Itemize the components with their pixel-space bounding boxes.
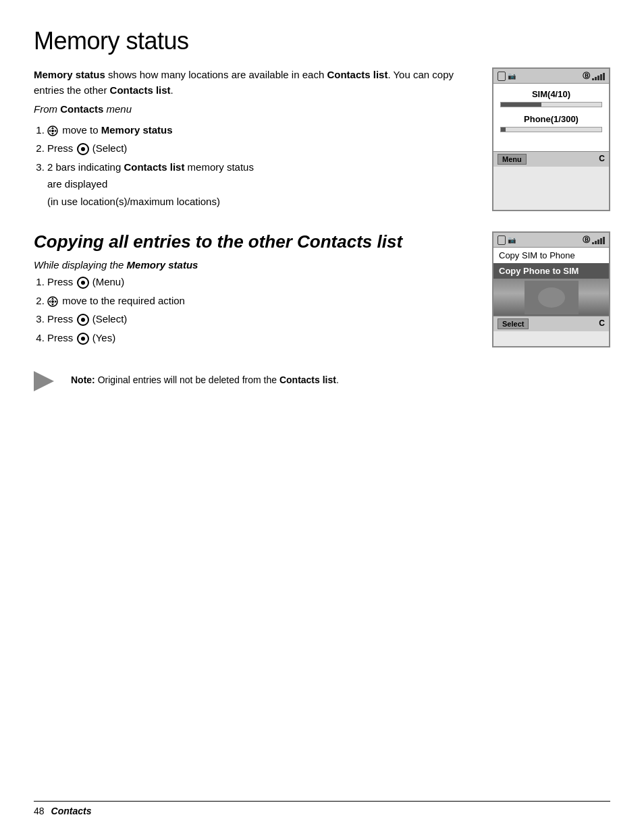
- step2-1-text: (Menu): [92, 276, 125, 287]
- phone-screen-1: 📷 Ⓑ SIM(4/10) Phone(1/300): [492, 67, 610, 211]
- while-bold: Memory status: [127, 259, 198, 271]
- sim-progress-bar: [500, 102, 602, 107]
- screen-footer-1: Menu C: [493, 151, 609, 167]
- step3-text-pre: 2 bars indicating: [47, 161, 124, 173]
- phone-screen-2: 📷 Ⓑ Copy SIM to Phone Copy Phone to SIM: [492, 231, 610, 347]
- phone-progress-bar: [500, 127, 602, 132]
- c-button-2: C: [599, 318, 605, 329]
- footer-section: Contacts: [51, 806, 92, 816]
- c-button-1: C: [599, 154, 605, 165]
- step2-2-text: move to the required action: [62, 295, 185, 306]
- menu-item-2: Copy Phone to SIM: [493, 263, 609, 279]
- step2-4-item: Press (Yes): [47, 329, 472, 347]
- copy-section: Copying all entries to the other Contact…: [34, 231, 610, 347]
- step2-3-item: Press (Select): [47, 310, 472, 328]
- step1-item: move to Memory status: [47, 121, 472, 139]
- svg-marker-8: [51, 304, 54, 306]
- svg-marker-15: [34, 371, 54, 391]
- svg-marker-3: [49, 130, 51, 132]
- page-number: 48: [34, 806, 45, 816]
- step2-item: Press (Select): [47, 140, 472, 157]
- note-body: Original entries will not be deleted fro…: [95, 374, 279, 385]
- joystick-icon-2: [77, 277, 89, 289]
- svg-marker-2: [51, 133, 54, 135]
- svg-point-13: [538, 287, 565, 308]
- steps-list-2: Press (Menu) move to the required action…: [47, 273, 472, 346]
- sim-icon: [498, 72, 506, 81]
- intro-period: .: [171, 84, 173, 96]
- joystick-icon-3: [77, 314, 89, 326]
- step2-2-item: move to the required action: [47, 292, 472, 310]
- screen-body-1: SIM(4/10) Phone(1/300): [493, 84, 609, 151]
- page-title: Memory status: [34, 27, 610, 55]
- note-period: .: [336, 374, 339, 385]
- menu-item-1: Copy SIM to Phone: [493, 248, 609, 263]
- copy-text: Copying all entries to the other Contact…: [34, 231, 472, 347]
- note-arrow-icon: [34, 368, 61, 395]
- steps-list-1: move to Memory status Press (Select) 2 b…: [47, 121, 472, 211]
- decorative-image: [525, 281, 579, 314]
- step1-bold: Memory status: [101, 124, 173, 136]
- svg-point-5: [51, 130, 54, 132]
- intro-text1: shows how many locations are available i…: [105, 69, 327, 80]
- memory-status-bold: Memory status: [34, 69, 105, 80]
- top-section: Memory status shows how many locations a…: [34, 67, 610, 211]
- menu-rest: menu: [103, 103, 132, 115]
- sim-icon-2: [498, 235, 506, 245]
- svg-marker-1: [51, 127, 54, 129]
- screen-header-2: 📷 Ⓑ: [493, 233, 609, 248]
- note-text: Note: Original entries will not be delet…: [71, 368, 339, 387]
- contacts-bold2: Contacts list: [110, 84, 171, 96]
- step2-text: (Select): [92, 142, 128, 154]
- sim-bar-fill: [501, 103, 541, 107]
- select-button: Select: [498, 318, 529, 329]
- bluetooth-icon-2: Ⓑ: [583, 235, 590, 245]
- header-right-icons-2: Ⓑ: [583, 235, 605, 245]
- screen-footer-2: Select C: [493, 316, 609, 331]
- step3-bold: Contacts list: [124, 161, 184, 173]
- nav-icon-2: [47, 296, 58, 307]
- note-contacts-bold: Contacts list: [279, 374, 336, 385]
- screen-body-2: Copy SIM to Phone Copy Phone to SIM: [493, 248, 609, 316]
- signal-bars-2: [592, 236, 605, 244]
- copy-title: Copying all entries to the other Contact…: [34, 231, 472, 252]
- menu-button: Menu: [498, 154, 527, 165]
- while-displaying: While displaying the Memory status: [34, 259, 472, 271]
- while-pre: While displaying the: [34, 259, 127, 271]
- header-icons-2: 📷: [498, 235, 516, 245]
- step3-item: 2 bars indicating Contacts list memory s…: [47, 159, 472, 211]
- bluetooth-icon: Ⓑ: [583, 71, 590, 81]
- step2-4-text: (Yes): [92, 332, 115, 343]
- from-contacts-label: From Contacts menu: [34, 102, 472, 117]
- screen-image-bg: [493, 279, 609, 316]
- joystick-icon-4: [77, 333, 89, 345]
- signal-bars-1: [592, 72, 605, 80]
- step2-1-item: Press (Menu): [47, 273, 472, 291]
- sim-text: SIM(4/10): [500, 89, 602, 99]
- phone-text: Phone(1/300): [500, 114, 602, 124]
- nav-icon-1: [47, 125, 58, 136]
- phone-bar-fill: [501, 128, 506, 132]
- intro-text: Memory status shows how many locations a…: [34, 67, 472, 211]
- note-bold: Note:: [71, 374, 95, 385]
- svg-marker-7: [51, 298, 54, 300]
- joystick-icon-1: [77, 143, 89, 155]
- from-text: From: [34, 103, 60, 115]
- note-section: Note: Original entries will not be delet…: [34, 368, 610, 395]
- svg-point-11: [51, 300, 54, 303]
- header-icon-small: 📷: [508, 72, 516, 80]
- contacts-bold1: Contacts list: [327, 69, 387, 80]
- header-right-icons-1: Ⓑ: [583, 71, 605, 81]
- screen-header-1: 📷 Ⓑ: [493, 69, 609, 84]
- header-icons-1: 📷: [498, 72, 516, 81]
- header-icon-small-2: 📷: [508, 236, 516, 244]
- svg-marker-10: [55, 300, 57, 303]
- svg-marker-9: [49, 300, 51, 303]
- intro-paragraph: Memory status shows how many locations a…: [34, 67, 472, 98]
- svg-marker-4: [55, 130, 57, 132]
- page-footer: 48 Contacts: [34, 801, 610, 816]
- step2-3-text: (Select): [92, 313, 128, 325]
- step1-text-pre: move to: [62, 124, 101, 136]
- contacts-menu-bold: Contacts: [60, 103, 103, 115]
